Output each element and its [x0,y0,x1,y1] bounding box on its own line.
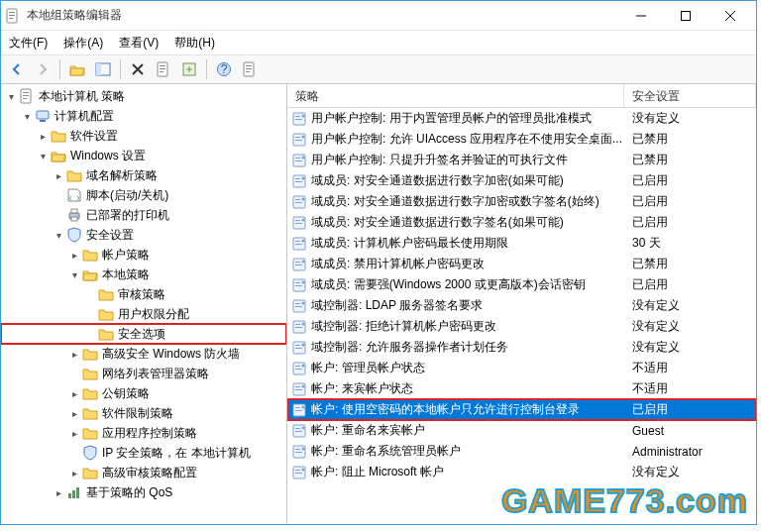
show-hide-tree-button[interactable] [91,57,115,81]
policy-icon [291,277,307,293]
policy-row[interactable]: 域成员: 计算机帐户密码最长使用期限30 天 [287,233,756,254]
policy-value: 不适用 [628,380,752,397]
tree-local-policies[interactable]: ▾本地策略 [1,265,286,284]
folder-icon [66,167,82,183]
policy-value: Administrator [628,445,752,459]
tree-account-policies[interactable]: ▸帐户策略 [1,245,286,265]
tree-software-settings[interactable]: ▸软件设置 [1,126,286,146]
svg-text:?: ? [221,62,228,76]
policy-row[interactable]: 用户帐户控制: 用于内置管理员帐户的管理员批准模式没有定义 [287,108,756,129]
maximize-button[interactable] [663,2,707,30]
policy-value: 没有定义 [628,318,752,335]
policy-row[interactable]: 帐户: 重命名系统管理员帐户Administrator [287,441,756,462]
policy-value: 没有定义 [628,110,752,127]
policy-value: 已禁用 [628,131,752,148]
policy-row[interactable]: 用户帐户控制: 允许 UIAccess 应用程序在不使用安全桌面...已禁用 [287,129,756,150]
tree-root[interactable]: ▾本地计算机 策略 [1,86,286,106]
policy-icon [291,194,307,210]
tree-public-key[interactable]: ▸公钥策略 [1,383,286,403]
folder-icon [82,346,98,362]
menu-file[interactable]: 文件(F) [9,35,48,52]
menubar: 文件(F) 操作(A) 查看(V) 帮助(H) [1,31,756,54]
export-button[interactable] [177,57,201,81]
policy-icon [291,236,307,252]
policy-value: Guest [628,424,752,438]
folder-icon [98,306,114,322]
policy-row[interactable]: 域控制器: 拒绝计算机帐户密码更改没有定义 [287,316,756,337]
tree-audit-policy[interactable]: 审核策略 [1,284,286,304]
policy-icon [291,257,307,272]
refresh-button[interactable] [238,57,262,81]
tree-user-rights[interactable]: 用户权限分配 [1,304,286,324]
policy-name: 用户帐户控制: 允许 UIAccess 应用程序在不使用安全桌面... [311,131,628,148]
policy-name: 帐户: 阻止 Microsoft 帐户 [311,464,628,480]
tree-software-restriction[interactable]: ▸软件限制策略 [1,403,286,423]
policy-icon [291,298,307,314]
minimize-button[interactable] [618,2,663,30]
policy-row[interactable]: 帐户: 管理员帐户状态不适用 [287,358,756,378]
policy-row[interactable]: 域成员: 需要强(Windows 2000 或更高版本)会话密钥已启用 [287,274,756,295]
menu-view[interactable]: 查看(V) [119,35,159,52]
menu-action[interactable]: 操作(A) [63,35,103,52]
policy-value: 已启用 [628,401,752,418]
policy-icon [291,423,307,439]
policy-row[interactable]: 域成员: 对安全通道数据进行数字加密或数字签名(始终)已启用 [287,191,756,212]
col-setting[interactable]: 安全设置 [624,84,756,107]
forward-button[interactable] [31,57,54,81]
policy-value: 已启用 [628,193,752,210]
tree-app-control[interactable]: ▸应用程序控制策略 [1,423,286,443]
up-button[interactable] [65,57,89,81]
tree-qos[interactable]: ▸基于策略的 QoS [1,482,286,502]
titlebar[interactable]: 本地组策略编辑器 [1,1,756,31]
tree-dns-policy[interactable]: ▸域名解析策略 [1,165,286,185]
policy-name: 域成员: 需要强(Windows 2000 或更高版本)会话密钥 [311,276,628,293]
close-button[interactable] [707,2,752,30]
policy-value: 没有定义 [628,297,752,314]
policy-row[interactable]: 帐户: 使用空密码的本地帐户只允许进行控制台登录已启用 [287,399,756,420]
policy-row[interactable]: 用户帐户控制: 只提升升签名并验证的可执行文件已禁用 [287,150,756,170]
tree-firewall[interactable]: ▸高级安全 Windows 防火墙 [1,344,286,364]
expand-icon[interactable]: ▾ [5,90,17,102]
policy-row[interactable]: 帐户: 来宾帐户状态不适用 [287,378,756,399]
policy-name: 域成员: 对安全通道数据进行数字签名(如果可能) [311,214,628,231]
policy-value: 30 天 [628,235,752,252]
tree-windows-settings[interactable]: ▾Windows 设置 [1,146,286,165]
tree-security-settings[interactable]: ▾安全设置 [1,225,286,245]
menu-help[interactable]: 帮助(H) [174,35,215,52]
properties-button[interactable] [152,57,175,81]
policy-name: 域成员: 禁用计算机帐户密码更改 [311,256,628,272]
tree-printers[interactable]: 已部署的打印机 [1,205,286,225]
tree-security-options[interactable]: 安全选项 [1,324,286,344]
tree-advanced-audit[interactable]: ▸高级审核策略配置 [1,463,286,482]
policy-name: 用户帐户控制: 用于内置管理员帐户的管理员批准模式 [311,110,628,127]
policy-row[interactable]: 域成员: 对安全通道数据进行数字签名(如果可能)已启用 [287,212,756,233]
policy-row[interactable]: 域成员: 禁用计算机帐户密码更改已禁用 [287,254,756,274]
bars-icon [66,484,82,500]
col-policy[interactable]: 策略 [287,84,624,107]
tree-scripts[interactable]: 脚本(启动/关机) [1,185,286,205]
policy-row[interactable]: 帐户: 重命名来宾帐户Guest [287,420,756,441]
policy-name: 域成员: 对安全通道数据进行数字加密或数字签名(始终) [311,193,628,210]
policy-icon [291,465,307,480]
policy-row[interactable]: 域成员: 对安全通道数据进行数字加密(如果可能)已启用 [287,170,756,191]
policy-name: 域成员: 计算机帐户密码最长使用期限 [311,235,628,252]
tree-network-list[interactable]: 网络列表管理器策略 [1,364,286,383]
tree-computer-config[interactable]: ▾计算机配置 [1,106,286,126]
list-header: 策略 安全设置 [287,84,756,108]
policy-name: 域控制器: 允许服务器操作者计划任务 [311,339,628,356]
tree-pane[interactable]: ▾本地计算机 策略 ▾计算机配置 ▸软件设置 ▾Windows 设置 ▸域名解析… [1,84,287,524]
tree-ip-security[interactable]: IP 安全策略，在 本地计算机 [1,443,286,463]
list-rows[interactable]: 用户帐户控制: 用于内置管理员帐户的管理员批准模式没有定义用户帐户控制: 允许 … [287,108,756,524]
policy-row[interactable]: 域控制器: 允许服务器操作者计划任务没有定义 [287,337,756,358]
policy-icon [291,111,307,127]
policy-value: 已启用 [628,276,752,293]
list-pane[interactable]: 策略 安全设置 用户帐户控制: 用于内置管理员帐户的管理员批准模式没有定义用户帐… [287,84,756,524]
svg-rect-18 [96,63,101,75]
back-button[interactable] [5,57,29,81]
delete-button[interactable] [126,57,150,81]
policy-row[interactable]: 帐户: 阻止 Microsoft 帐户没有定义 [287,462,756,482]
folder-icon [98,286,114,302]
policy-row[interactable]: 域控制器: LDAP 服务器签名要求没有定义 [287,295,756,316]
policy-icon [291,444,307,460]
help-button[interactable]: ? [212,57,236,81]
